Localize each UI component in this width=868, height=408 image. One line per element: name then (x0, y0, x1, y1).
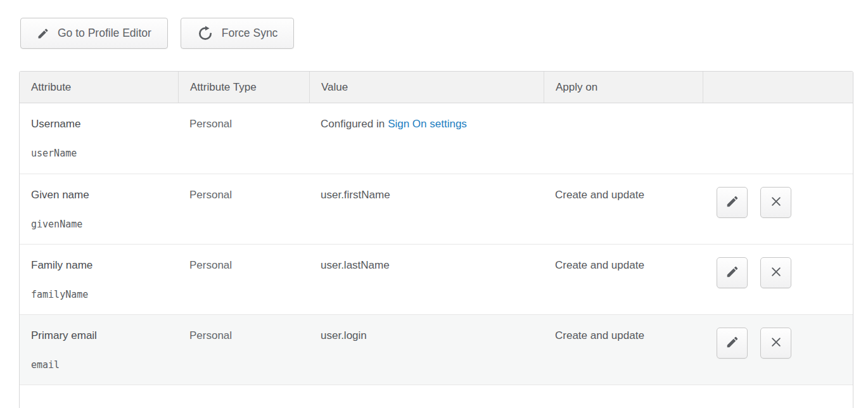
attribute-variable-name: familyName (31, 289, 172, 300)
pencil-icon (725, 194, 739, 210)
value-expression-text: user.lastName (321, 259, 390, 314)
x-icon (770, 336, 782, 350)
attribute-variable-name: email (31, 359, 172, 371)
toolbar: Go to Profile Editor Force Sync (20, 18, 294, 49)
header-attribute: Attribute (20, 72, 178, 103)
edit-attribute-button[interactable] (717, 187, 748, 218)
attribute-type-text: Personal (189, 118, 232, 130)
delete-attribute-button[interactable] (760, 187, 791, 218)
attribute-type-text: Personal (189, 259, 232, 271)
apply-on-text: Create and update (555, 259, 644, 271)
delete-attribute-button[interactable] (760, 257, 791, 288)
attribute-variable-name: userName (31, 148, 172, 159)
apply-on-cell: Create and update (544, 245, 703, 314)
table-header-row: Attribute Attribute Type Value Apply on (20, 72, 853, 103)
attribute-mappings-table: Attribute Attribute Type Value Apply on … (19, 71, 853, 408)
apply-on-cell: Create and update (544, 315, 703, 385)
apply-on-text: Create and update (555, 189, 644, 201)
force-sync-label: Force Sync (222, 27, 278, 40)
attribute-type-cell: Personal (178, 103, 309, 174)
header-actions (703, 72, 853, 103)
header-attribute-type: Attribute Type (178, 72, 309, 103)
pencil-icon (725, 265, 739, 281)
x-icon (770, 265, 782, 280)
delete-attribute-button[interactable] (760, 328, 791, 359)
pencil-icon (725, 335, 739, 351)
refresh-icon (197, 25, 214, 42)
sign-on-settings-link[interactable]: Sign On settings (388, 118, 467, 174)
value-cell: user.login (309, 315, 544, 385)
x-icon (770, 195, 782, 210)
table-row-family-name: Family name familyName Personal user.las… (20, 244, 853, 314)
apply-on-cell: Create and update (544, 174, 703, 244)
table-row-primary-email: Primary email email Personal user.login … (20, 314, 853, 385)
edit-attribute-button[interactable] (717, 328, 748, 359)
attribute-variable-name: givenName (31, 219, 172, 230)
value-expression-text: user.firstName (321, 189, 390, 244)
attribute-type-cell: Personal (178, 245, 309, 314)
apply-on-cell (544, 103, 703, 174)
attribute-type-cell: Personal (178, 174, 309, 244)
header-apply-on: Apply on (544, 72, 703, 103)
value-cell: user.lastName (309, 245, 544, 314)
attribute-cell: Given name givenName (20, 174, 178, 244)
header-value: Value (309, 72, 544, 103)
go-to-profile-editor-button[interactable]: Go to Profile Editor (20, 18, 168, 49)
value-expression-text: user.login (321, 329, 367, 385)
actions-cell (703, 174, 853, 244)
pencil-icon (37, 27, 49, 40)
attribute-label: Primary email (31, 329, 172, 342)
attribute-type-cell: Personal (178, 315, 309, 385)
attribute-cell: Username userName (20, 103, 178, 174)
attribute-type-text: Personal (189, 189, 232, 201)
attribute-label: Username (31, 118, 172, 131)
attribute-cell: Family name familyName (20, 245, 178, 314)
edit-attribute-button[interactable] (717, 257, 748, 288)
actions-cell (703, 245, 853, 314)
table-row-partial (20, 385, 853, 408)
table-row-username: Username userName Personal Configured in… (20, 103, 853, 174)
go-to-profile-editor-label: Go to Profile Editor (58, 27, 151, 40)
attribute-cell: Primary email email (20, 315, 178, 385)
attribute-type-text: Personal (189, 329, 232, 341)
attribute-label: Family name (31, 259, 172, 272)
value-cell: user.firstName (309, 174, 544, 244)
actions-cell (703, 315, 853, 385)
attribute-label: Given name (31, 189, 172, 201)
force-sync-button[interactable]: Force Sync (181, 18, 295, 49)
actions-cell (703, 103, 853, 174)
apply-on-text: Create and update (555, 329, 644, 341)
value-cell: Configured in Sign On settings (309, 103, 544, 174)
table-row-given-name: Given name givenName Personal user.first… (20, 174, 853, 244)
value-prefix-text: Configured in (321, 118, 385, 174)
